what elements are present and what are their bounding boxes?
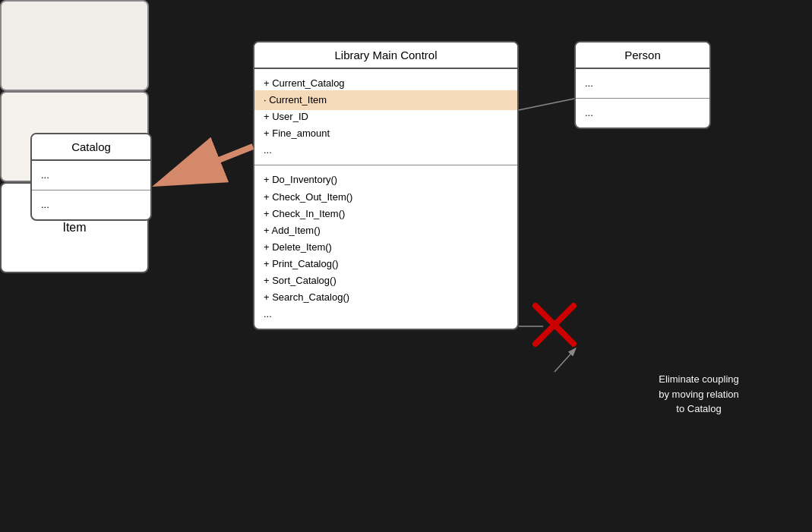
catalog-section1: ...: [32, 161, 150, 190]
attr-user-id: + User_ID: [264, 109, 508, 125]
attr-ellipsis: ...: [264, 142, 508, 159]
person-box: Person ... ...: [574, 41, 711, 129]
method-sort-catalog: + Sort_Catalog(): [264, 272, 508, 289]
lib-main-control-box: Library Main Control + Current_Catalog ·…: [253, 41, 519, 330]
catalog-box: Catalog ... ...: [30, 133, 152, 221]
catalog-section2: ...: [32, 190, 150, 219]
method-delete-item: + Delete_Item(): [264, 239, 508, 256]
person-title: Person: [576, 42, 709, 69]
attr-fine-amount: + Fine_amount: [264, 125, 508, 142]
lib-main-title: Library Main Control: [254, 42, 517, 69]
svg-line-4: [554, 349, 575, 372]
lib-main-attributes: + Current_Catalog · Current_Item + User_…: [254, 69, 517, 165]
person-section2: ...: [576, 99, 709, 127]
annotation-text: Eliminate couplingby moving relationto C…: [630, 372, 767, 417]
lib-main-methods: + Do_Inventory() + Check_Out_Item() + Ch…: [254, 165, 517, 329]
item-box-back2: [0, 0, 149, 91]
attr-current-catalog: + Current_Catalog: [264, 75, 508, 92]
svg-line-2: [163, 146, 253, 182]
method-print-catalog: + Print_Catalog(): [264, 256, 508, 272]
method-check-in: + Check_In_Item(): [264, 206, 508, 222]
method-add-item: + Add_Item(): [264, 222, 508, 239]
diagram-canvas: Library Main Control + Current_Catalog ·…: [0, 0, 812, 532]
attr-current-item: · Current_Item: [254, 90, 517, 110]
method-check-out: + Check_Out_Item(): [264, 189, 508, 206]
svg-line-3: [519, 99, 574, 110]
red-x-mark: [532, 302, 577, 348]
method-ellipsis: ...: [264, 306, 508, 323]
item-title: Item: [62, 221, 86, 235]
method-do-inventory: + Do_Inventory(): [264, 172, 508, 188]
person-section1: ...: [576, 69, 709, 99]
catalog-title: Catalog: [32, 134, 150, 161]
method-search-catalog: + Search_Catalog(): [264, 289, 508, 306]
